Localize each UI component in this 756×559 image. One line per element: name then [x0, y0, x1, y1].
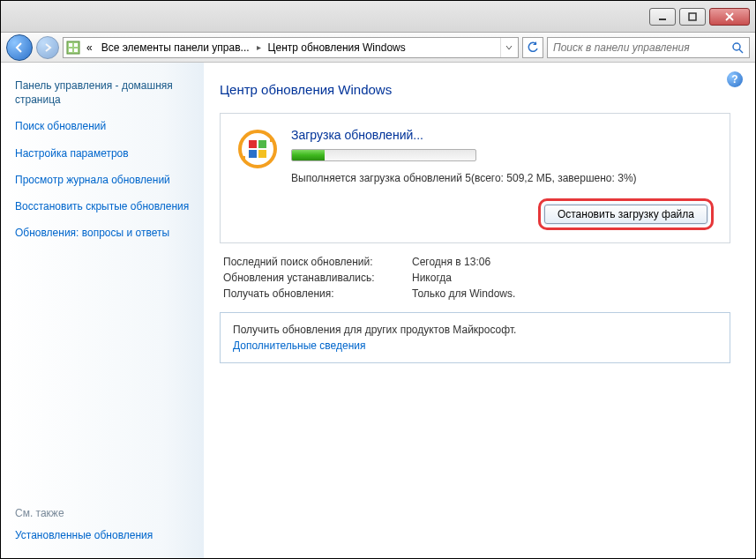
sidebar-item-settings[interactable]: Настройка параметров — [15, 146, 190, 160]
other-products-box: Получить обновления для других продуктов… — [220, 312, 730, 363]
address-bar[interactable]: « Все элементы панели управ... ▸ Центр о… — [63, 37, 519, 58]
back-button[interactable] — [6, 34, 33, 61]
address-dropdown[interactable] — [500, 38, 516, 57]
stop-download-button[interactable]: Остановить загрузку файла — [544, 205, 707, 224]
search-box[interactable] — [547, 37, 750, 58]
sidebar-links: Панель управления - домашняя страница По… — [15, 78, 190, 240]
other-products-text: Получить обновления для других продуктов… — [233, 324, 717, 336]
receive-label: Получать обновления: — [223, 287, 400, 300]
download-panel: Загрузка обновлений... Выполняется загру… — [220, 113, 730, 243]
see-also-label: См. также — [15, 507, 190, 519]
stop-row: Остановить загрузку файла — [236, 198, 714, 230]
sidebar-item-history[interactable]: Просмотр журнала обновлений — [15, 173, 190, 187]
sidebar-item-restore-hidden[interactable]: Восстановить скрытые обновления — [15, 199, 190, 213]
search-icon — [731, 41, 744, 54]
window-frame: « Все элементы панели управ... ▸ Центр о… — [0, 0, 756, 559]
windows-update-icon — [236, 128, 279, 170]
svg-rect-10 — [258, 140, 266, 148]
svg-rect-3 — [69, 43, 72, 47]
sidebar-item-faq[interactable]: Обновления: вопросы и ответы — [15, 226, 190, 240]
progress-bar-fill — [292, 150, 325, 160]
download-title: Загрузка обновлений... — [291, 128, 714, 142]
arrow-left-icon — [13, 41, 26, 54]
breadcrumb-segment-2[interactable]: Центр обновления Windows — [265, 41, 409, 54]
sidebar-item-search-updates[interactable]: Поиск обновлений — [15, 119, 190, 133]
svg-rect-12 — [258, 150, 266, 158]
svg-rect-6 — [74, 48, 78, 52]
svg-rect-11 — [249, 150, 257, 158]
refresh-icon — [527, 41, 539, 54]
more-info-link[interactable]: Дополнительные сведения — [233, 339, 365, 352]
stop-button-highlight: Остановить загрузку файла — [538, 198, 714, 230]
panel-top-row: Загрузка обновлений... Выполняется загру… — [236, 128, 714, 184]
svg-point-7 — [733, 43, 740, 50]
breadcrumb-segment-1[interactable]: Все элементы панели управ... — [98, 41, 253, 54]
main-panel: ? Центр обновления Windows — [204, 63, 755, 558]
svg-rect-4 — [74, 43, 78, 47]
search-input[interactable] — [553, 41, 731, 54]
content-area: Панель управления - домашняя страница По… — [1, 63, 755, 558]
sidebar-installed-updates[interactable]: Установленные обновления — [15, 528, 190, 542]
chevron-down-icon — [505, 44, 513, 51]
last-search-value: Сегодня в 13:06 — [412, 256, 727, 268]
receive-value: Только для Windows. — [412, 287, 727, 300]
control-panel-icon — [65, 40, 81, 56]
chevron-right-icon: ▸ — [255, 42, 263, 52]
installed-label: Обновления устанавливались: — [223, 272, 400, 284]
close-icon — [725, 12, 734, 21]
info-grid: Последний поиск обновлений: Сегодня в 13… — [220, 256, 730, 300]
forward-button[interactable] — [36, 36, 59, 59]
progress-bar-track — [291, 149, 476, 161]
svg-rect-9 — [249, 140, 257, 148]
help-icon: ? — [731, 73, 737, 86]
download-status-text: Выполняется загрузка обновлений 5(всего:… — [291, 172, 714, 184]
breadcrumb-prefix[interactable]: « — [83, 41, 96, 54]
svg-rect-1 — [689, 13, 696, 20]
titlebar — [1, 1, 755, 33]
installed-value: Никогда — [412, 272, 727, 284]
page-title: Центр обновления Windows — [220, 82, 730, 97]
sidebar-home-link[interactable]: Панель управления - домашняя страница — [15, 78, 190, 107]
maximize-icon — [688, 12, 697, 21]
maximize-button[interactable] — [679, 8, 706, 26]
panel-body: Загрузка обновлений... Выполняется загру… — [291, 128, 714, 184]
minimize-button[interactable] — [649, 8, 676, 26]
svg-rect-5 — [69, 48, 72, 52]
arrow-right-icon — [42, 42, 53, 53]
sidebar: Панель управления - домашняя страница По… — [1, 63, 204, 558]
last-search-label: Последний поиск обновлений: — [223, 256, 400, 268]
svg-rect-0 — [659, 19, 666, 20]
refresh-button[interactable] — [522, 37, 543, 58]
minimize-icon — [658, 12, 667, 21]
close-button[interactable] — [709, 8, 750, 26]
help-button[interactable]: ? — [727, 71, 743, 87]
navbar: « Все элементы панели управ... ▸ Центр о… — [1, 33, 755, 63]
